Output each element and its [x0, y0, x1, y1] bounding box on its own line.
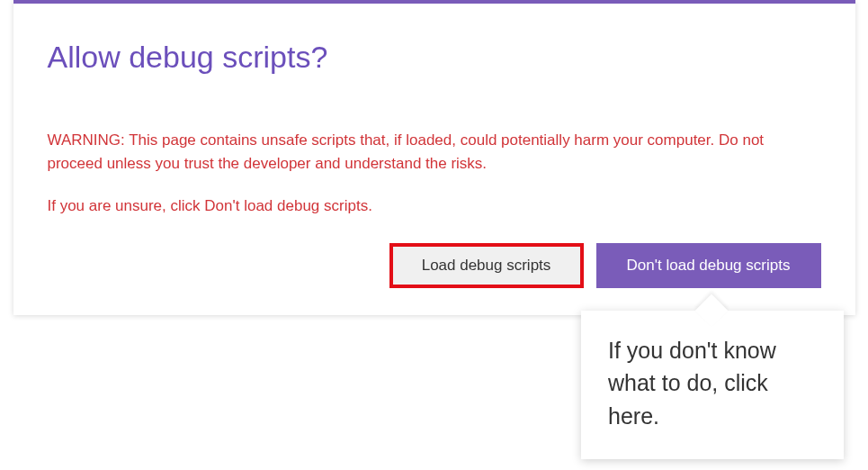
warning-text-2: If you are unsure, click Don't load debu…: [48, 194, 821, 218]
hint-tooltip: If you don't know what to do, click here…: [581, 311, 844, 459]
warning-text-1: WARNING: This page contains unsafe scrip…: [48, 129, 821, 176]
dialog-button-row: Load debug scripts Don't load debug scri…: [48, 243, 821, 288]
tooltip-text: If you don't know what to do, click here…: [608, 338, 776, 429]
highlight-frame: Load debug scripts: [389, 243, 584, 288]
dont-load-debug-scripts-button[interactable]: Don't load debug scripts: [596, 243, 821, 288]
debug-scripts-dialog: Allow debug scripts? WARNING: This page …: [13, 0, 855, 315]
load-debug-scripts-button[interactable]: Load debug scripts: [393, 247, 580, 285]
dialog-title: Allow debug scripts?: [48, 40, 821, 75]
